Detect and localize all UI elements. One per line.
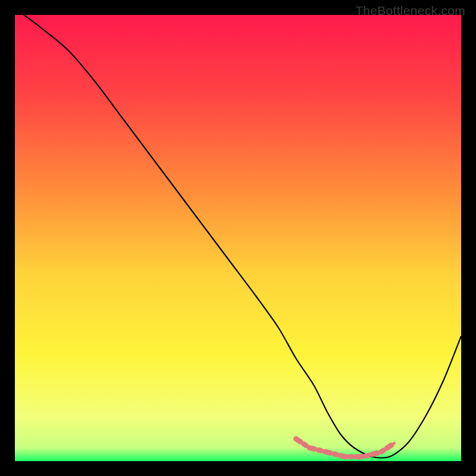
svg-point-4 bbox=[362, 455, 365, 458]
svg-point-3 bbox=[344, 455, 347, 458]
chart-plot-area bbox=[15, 15, 461, 461]
chart-background bbox=[15, 15, 461, 461]
svg-point-1 bbox=[308, 446, 311, 449]
svg-point-0 bbox=[295, 437, 298, 440]
svg-point-6 bbox=[393, 442, 396, 445]
svg-point-5 bbox=[380, 451, 383, 454]
svg-point-2 bbox=[326, 451, 329, 454]
watermark-text: TheBottleneck.com bbox=[355, 4, 465, 18]
